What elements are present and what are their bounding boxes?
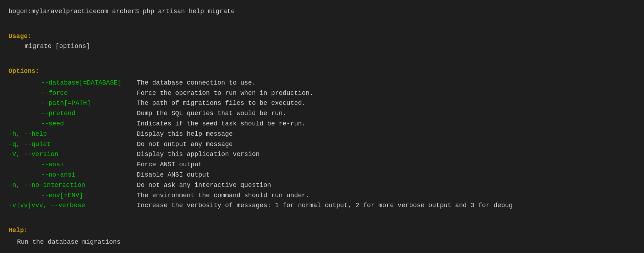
option-desc: Force ANSI output [129,160,202,170]
option-desc: Do not ask any interactive question [129,180,271,190]
help-label: Help: [9,225,635,236]
option-flag: --env[=ENV] [9,190,129,201]
option-flag: -n, --no-interaction [9,180,129,190]
option-row: --no-ansi Disable ANSI output [9,170,635,180]
option-desc: Display this help message [129,129,233,139]
option-row: --path[=PATH] The path of migrations fil… [9,98,635,108]
option-flag: --path[=PATH] [9,98,129,108]
options-grid: --database[=DATABASE] The database conne… [9,78,635,211]
option-desc: Dump the SQL queries that would be run. [129,108,286,119]
option-flag: -h, --help [9,129,129,139]
option-row: --database[=DATABASE] The database conne… [9,78,635,88]
option-row: --env[=ENV] The environment the command … [9,190,635,201]
option-desc: The path of migrations files to be execu… [129,98,306,108]
option-desc: Disable ANSI output [129,170,210,180]
option-row: -h, --help Display this help message [9,129,635,139]
option-row: -v|vv|vvv, --verbose Increase the verbos… [9,200,635,211]
option-flag: -v|vv|vvv, --verbose [9,200,129,211]
usage-label: Usage: [9,31,635,42]
option-desc: The environment the command should run u… [129,190,310,201]
option-desc: The database connection to use. [129,78,256,88]
option-flag: --pretend [9,108,129,119]
option-flag: -V, --version [9,149,129,160]
option-desc: Force the operation to run when in produ… [129,88,313,98]
option-row: -q, --quiet Do not output any message [9,139,635,150]
option-desc: Do not output any message [129,139,233,150]
option-desc: Indicates if the seed task should be re-… [129,119,306,129]
option-flag: -q, --quiet [9,139,129,150]
option-row: --force Force the operation to run when … [9,88,635,98]
help-text: Run the database migrations [9,237,635,247]
option-flag: --ansi [9,160,129,170]
option-row: --seed Indicates if the seed task should… [9,119,635,129]
option-flag: --seed [9,119,129,129]
option-row: --ansi Force ANSI output [9,160,635,170]
option-row: -V, --version Display this application v… [9,149,635,160]
option-row: --pretend Dump the SQL queries that woul… [9,108,635,119]
terminal: bogon:mylaravelpracticecom archer$ php a… [9,6,635,247]
option-desc: Display this application version [129,149,260,160]
option-row: -n, --no-interaction Do not ask any inte… [9,180,635,190]
prompt-line: bogon:mylaravelpracticecom archer$ php a… [9,6,635,17]
options-label: Options: [9,66,635,76]
option-flag: --database[=DATABASE] [9,78,129,88]
option-flag: --force [9,88,129,98]
option-flag: --no-ansi [9,170,129,180]
usage-command: migrate [options] [9,41,635,52]
option-desc: Increase the verbosity of messages: 1 fo… [129,200,513,211]
